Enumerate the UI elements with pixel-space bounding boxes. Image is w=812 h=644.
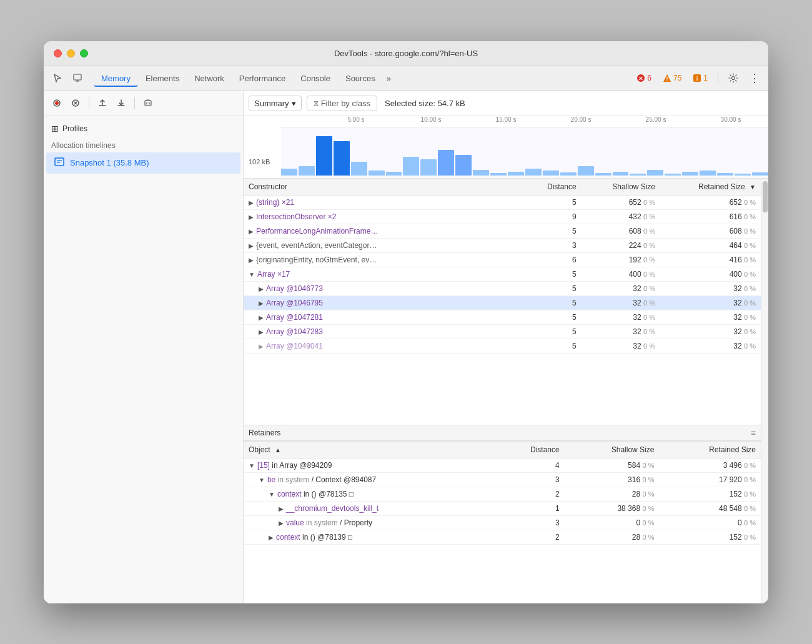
bar[interactable] xyxy=(578,166,594,176)
bar[interactable] xyxy=(595,173,611,176)
shallow-size-header[interactable]: Shallow Size xyxy=(582,179,660,196)
bar[interactable] xyxy=(473,170,489,176)
svg-rect-18 xyxy=(55,158,64,166)
retainers-label: Retainers xyxy=(249,429,280,437)
bar[interactable] xyxy=(316,136,332,175)
constructor-cell: ▼Array ×17 xyxy=(244,267,523,281)
table-row[interactable]: ▶(string) ×215652 0 %652 0 % xyxy=(244,195,761,209)
retainer-row[interactable]: ▼be in system / Context @8940873316 0 %1… xyxy=(244,472,761,487)
table-row[interactable]: ▶IntersectionObserver ×29432 0 %616 0 % xyxy=(244,209,761,224)
bar[interactable] xyxy=(299,166,315,176)
sidebar-toolbar xyxy=(44,91,243,116)
retainer-row[interactable]: ▶__chromium_devtools_kill_t138 368 0 %48… xyxy=(244,501,761,515)
scrollbar[interactable] xyxy=(761,179,768,603)
upload-icon[interactable] xyxy=(94,95,111,111)
bottom-panel[interactable]: Object ▲ Distance Shallow Size Retained … xyxy=(244,441,761,603)
tab-console[interactable]: Console xyxy=(293,70,338,87)
bars-area xyxy=(281,127,768,178)
ret-shallow-header[interactable]: Shallow Size xyxy=(565,442,660,458)
bar[interactable] xyxy=(369,171,385,175)
bar[interactable] xyxy=(613,172,629,176)
ret-shallow-cell: 584 0 % xyxy=(565,458,660,472)
retainers-section: Retainers ≡ xyxy=(244,425,761,441)
filter-icon: ⧖ xyxy=(314,99,319,107)
table-row[interactable]: ▶Array @1047281532 0 %32 0 % xyxy=(244,310,761,324)
download-icon[interactable] xyxy=(113,95,129,111)
snapshot-item[interactable]: Snapshot 1 (35.8 MB) xyxy=(46,152,240,174)
retainer-row[interactable]: ▶context in () @78139 □228 0 %152 0 % xyxy=(244,530,761,544)
ret-distance-header[interactable]: Distance xyxy=(494,442,564,458)
tab-bar: Memory Elements Network Performance Cons… xyxy=(94,70,630,87)
bar[interactable] xyxy=(665,174,681,175)
stop-icon[interactable] xyxy=(67,95,84,111)
bar[interactable] xyxy=(508,172,524,176)
filter-by-class-button[interactable]: ⧖ Filter by class xyxy=(307,96,377,111)
record-icon[interactable] xyxy=(49,95,65,111)
bar[interactable] xyxy=(700,171,716,175)
more-options-icon[interactable]: ⋮ xyxy=(746,69,763,87)
tab-elements[interactable]: Elements xyxy=(138,70,187,87)
table-row[interactable]: ▼Array ×175400 0 %400 0 % xyxy=(244,267,761,281)
bar[interactable] xyxy=(630,174,646,176)
bar[interactable] xyxy=(735,174,751,175)
table-row[interactable]: ▶Array @1046795532 0 %32 0 % xyxy=(244,295,761,310)
inspect-icon[interactable] xyxy=(69,69,86,87)
bar[interactable] xyxy=(647,170,663,176)
minimize-button[interactable] xyxy=(67,49,75,57)
table-row[interactable]: ▶{event, eventAction, eventCategor…3224 … xyxy=(244,238,761,252)
bar[interactable] xyxy=(281,169,297,176)
svg-text:!: ! xyxy=(666,76,668,82)
tab-sources[interactable]: Sources xyxy=(338,70,383,87)
shallow-cell: 32 0 % xyxy=(582,295,660,310)
bar[interactable] xyxy=(490,173,507,176)
warning-badge[interactable]: ! 75 xyxy=(659,72,685,84)
bar[interactable] xyxy=(386,172,402,176)
distance-cell: 5 xyxy=(523,339,581,353)
main-table-container[interactable]: Constructor Distance Shallow Size Retain… xyxy=(244,179,761,425)
bar[interactable] xyxy=(455,155,472,176)
constructor-cell: ▶Array @1047283 xyxy=(244,324,523,339)
bar[interactable] xyxy=(525,169,542,176)
cursor-icon[interactable] xyxy=(49,69,66,87)
tab-performance[interactable]: Performance xyxy=(232,70,293,87)
maximize-button[interactable] xyxy=(80,49,88,57)
time-label-5: 25.00 s xyxy=(618,116,693,127)
table-row[interactable]: ▶{originatingEntity, noGtmEvent, ev…6192… xyxy=(244,252,761,267)
retainer-row[interactable]: ▼[15] in Array @8942094584 0 %3 496 0 % xyxy=(244,458,761,472)
constructor-header[interactable]: Constructor xyxy=(244,179,523,196)
svg-point-11 xyxy=(55,101,59,105)
retainer-row[interactable]: ▶value in system / Property30 0 %0 0 % xyxy=(244,515,761,530)
retainer-row[interactable]: ▼context in () @78135 □228 0 %152 0 % xyxy=(244,487,761,501)
bar[interactable] xyxy=(543,171,559,175)
object-header[interactable]: Object ▲ xyxy=(244,442,494,458)
table-row[interactable]: ▶PerformanceLongAnimationFrame…5608 0 %6… xyxy=(244,224,761,238)
distance-header[interactable]: Distance xyxy=(523,179,581,196)
constructor-cell: ▶{originatingEntity, noGtmEvent, ev… xyxy=(244,252,523,267)
window-title: DevTools - store.google.com/?hl=en-US xyxy=(334,49,478,58)
clear-icon[interactable] xyxy=(140,95,156,111)
summary-dropdown[interactable]: Summary ▾ xyxy=(249,96,302,111)
bar[interactable] xyxy=(717,173,733,176)
sidebar-sep2 xyxy=(134,97,135,109)
bar[interactable] xyxy=(682,172,698,175)
bar[interactable] xyxy=(420,159,437,176)
scrollbar-thumb[interactable] xyxy=(763,181,768,212)
table-row[interactable]: ▶Array @1047283532 0 %32 0 % xyxy=(244,324,761,339)
bar[interactable] xyxy=(351,162,367,176)
bar[interactable] xyxy=(334,141,350,176)
bar[interactable] xyxy=(403,157,419,175)
table-row[interactable]: ▶Array @1046773532 0 %32 0 % xyxy=(244,281,761,295)
tab-memory[interactable]: Memory xyxy=(94,70,138,87)
bar[interactable] xyxy=(438,150,454,175)
info-badge[interactable]: i 1 xyxy=(689,72,711,84)
close-button[interactable] xyxy=(54,49,62,57)
table-row[interactable]: ▶Array @1049041532 0 %32 0 % xyxy=(244,339,761,353)
ret-retained-header[interactable]: Retained Size xyxy=(659,442,761,458)
settings-icon[interactable] xyxy=(725,69,742,87)
bar[interactable] xyxy=(560,172,577,175)
bar[interactable] xyxy=(752,172,768,175)
error-badge[interactable]: ✕ 6 xyxy=(633,72,655,84)
more-tabs-icon[interactable]: » xyxy=(383,71,395,86)
retained-size-header[interactable]: Retained Size ▼ xyxy=(660,179,761,196)
tab-network[interactable]: Network xyxy=(187,70,232,87)
